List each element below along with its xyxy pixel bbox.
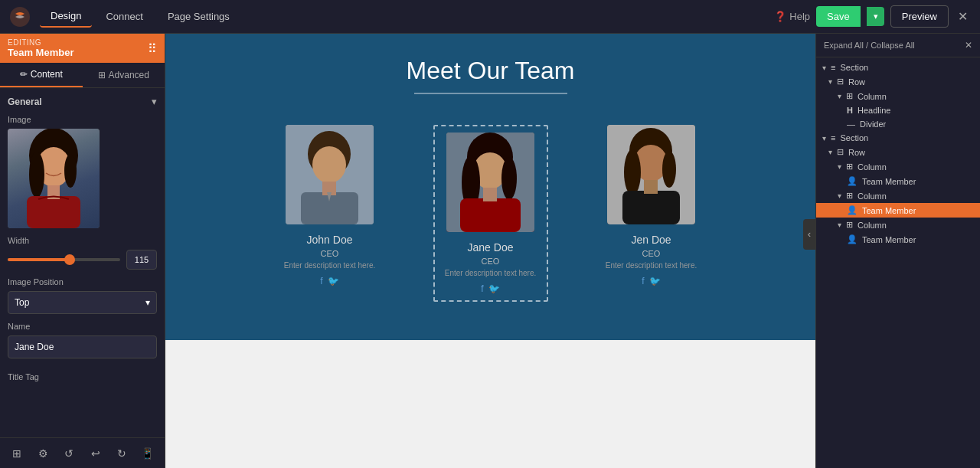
redo-icon[interactable]: ↻	[113, 443, 131, 464]
tab-advanced[interactable]: ⊞ Advanced	[83, 63, 165, 87]
image-position-label: Image Position	[8, 277, 157, 286]
team-member-icon: 👤	[847, 176, 858, 186]
preview-button[interactable]: Preview	[890, 5, 949, 28]
width-slider[interactable]	[8, 258, 120, 261]
svg-point-9	[312, 146, 346, 183]
close-button[interactable]: ✕	[955, 6, 971, 27]
tree-item-section1[interactable]: ▾ ≡ Section	[816, 61, 980, 74]
team-photo-john	[286, 125, 374, 224]
chevron-down-icon: ▾	[145, 297, 150, 308]
jen-social: f 🐦	[594, 276, 709, 286]
jen-facebook-icon[interactable]: f	[642, 276, 644, 286]
jane-role: CEO	[441, 257, 541, 266]
expand-collapse-label: Expand All / Collapse All	[824, 41, 915, 50]
app-logo	[9, 6, 31, 28]
site-title: Meet Our Team	[196, 57, 785, 85]
tree-item-column3[interactable]: ▾ ⊞ Column	[816, 188, 980, 203]
tree-item-headline[interactable]: H Headline	[816, 103, 980, 117]
canvas-area: Meet Our Team	[165, 34, 815, 468]
john-twitter-icon[interactable]: 🐦	[328, 276, 339, 286]
tab-content[interactable]: ✏ Content	[0, 63, 83, 87]
close-right-panel-button[interactable]: ✕	[965, 40, 972, 51]
svg-point-16	[501, 157, 517, 200]
column-icon: ⊞	[846, 91, 853, 101]
team-photo-jen	[607, 125, 695, 224]
column-icon: ⊞	[846, 191, 853, 201]
tree-item-team-member1[interactable]: 👤 Team Member	[816, 174, 980, 188]
tree-item-team-member3[interactable]: 👤 Team Member	[816, 232, 980, 247]
image-position-select[interactable]: Top ▾	[8, 291, 157, 314]
person-silhouette	[8, 129, 100, 228]
team-card-jen[interactable]: Jen Doe CEO Enter description text here.…	[594, 125, 709, 302]
advanced-icon: ⊞	[98, 70, 106, 80]
john-social: f 🐦	[273, 276, 387, 286]
svg-point-23	[662, 151, 676, 188]
right-panel-header: Expand All / Collapse All ✕	[816, 34, 980, 57]
collapse-right-panel-button[interactable]: ‹	[803, 219, 815, 250]
tree-item-column2[interactable]: ▾ ⊞ Column	[816, 159, 980, 174]
jen-role: CEO	[594, 249, 709, 258]
main-layout: EDITING Team Member ⠿ ✏ Content ⊞ Advanc…	[0, 34, 980, 468]
tree-item-column4[interactable]: ▾ ⊞ Column	[816, 218, 980, 232]
team-member-icon: 👤	[847, 205, 858, 215]
nav-tab-connect[interactable]: Connect	[95, 6, 153, 27]
team-card-john[interactable]: John Doe CEO Enter description text here…	[273, 125, 387, 302]
settings-icon[interactable]: ⚙	[34, 443, 52, 464]
mobile-icon[interactable]: 📱	[139, 443, 157, 464]
jane-facebook-icon[interactable]: f	[481, 283, 483, 294]
svg-rect-25	[644, 180, 658, 194]
team-card-jane[interactable]: Jane Doe CEO Enter description text here…	[433, 125, 548, 302]
tree-item-row2[interactable]: ▾ ⊟ Row	[816, 145, 980, 159]
nav-tab-design[interactable]: Design	[40, 5, 92, 28]
save-button[interactable]: Save	[816, 6, 861, 27]
john-desc: Enter description text here.	[273, 261, 387, 270]
jen-twitter-icon[interactable]: 🐦	[649, 276, 661, 286]
bottom-toolbar: ⊞ ⚙ ↺ ↩ ↻ 📱	[0, 437, 165, 468]
arrow-icon: ▾	[822, 134, 826, 142]
editing-menu-icon[interactable]: ⠿	[148, 41, 157, 56]
john-facebook-icon[interactable]: f	[320, 276, 322, 286]
chevron-icon[interactable]: ▾	[152, 96, 157, 107]
canvas-content: Meet Our Team	[165, 34, 815, 468]
arrow-icon: ▾	[828, 148, 832, 156]
width-field-label: Width	[8, 236, 157, 245]
undo-icon[interactable]: ↩	[87, 443, 105, 464]
tree-item-column1[interactable]: ▾ ⊞ Column	[816, 89, 980, 103]
editing-header: EDITING Team Member ⠿	[0, 34, 165, 63]
row-icon: ⊟	[837, 147, 844, 157]
panel-content: General ▾ Image	[0, 88, 165, 437]
john-role: CEO	[273, 249, 387, 258]
grid-icon[interactable]: ⊞	[8, 443, 26, 464]
section-icon: ≡	[831, 133, 835, 142]
tree-item-row1[interactable]: ▾ ⊟ Row	[816, 74, 980, 89]
jane-twitter-icon[interactable]: 🐦	[488, 283, 500, 294]
column-icon: ⊞	[846, 220, 853, 230]
tree-item-section2[interactable]: ▾ ≡ Section	[816, 131, 980, 145]
edit-icon: ✏	[20, 69, 28, 80]
width-value: 115	[126, 250, 157, 270]
svg-point-22	[624, 149, 641, 195]
panel-tabs: ✏ Content ⊞ Advanced	[0, 63, 165, 88]
arrow-icon: ▾	[838, 162, 841, 171]
tree-item-divider[interactable]: — Divider	[816, 117, 980, 131]
svg-rect-18	[483, 188, 497, 201]
slider-thumb[interactable]	[64, 254, 75, 265]
nav-tab-page-settings[interactable]: Page Settings	[157, 6, 240, 27]
right-panel: Expand All / Collapse All ✕ ▾ ≡ Section …	[815, 34, 980, 468]
name-input[interactable]	[8, 335, 157, 358]
site-divider	[414, 93, 567, 94]
help-icon: ❓	[774, 11, 786, 22]
help-button[interactable]: ❓ Help	[774, 11, 810, 22]
editing-info: EDITING Team Member	[8, 38, 74, 58]
team-member-icon: 👤	[847, 234, 858, 244]
jen-photo	[607, 125, 695, 224]
general-section-header: General ▾	[8, 96, 157, 107]
jane-name: Jane Doe	[441, 241, 541, 254]
tree-content: ▾ ≡ Section ▾ ⊟ Row ▾ ⊞ Column H Headlin…	[816, 57, 980, 468]
tree-item-team-member2[interactable]: 👤 Team Member	[816, 203, 980, 218]
team-photo-jane	[446, 133, 534, 232]
editing-label: EDITING	[8, 38, 74, 47]
history-icon[interactable]: ↺	[60, 443, 78, 464]
svg-rect-17	[460, 198, 521, 232]
save-dropdown-button[interactable]: ▾	[867, 7, 884, 26]
